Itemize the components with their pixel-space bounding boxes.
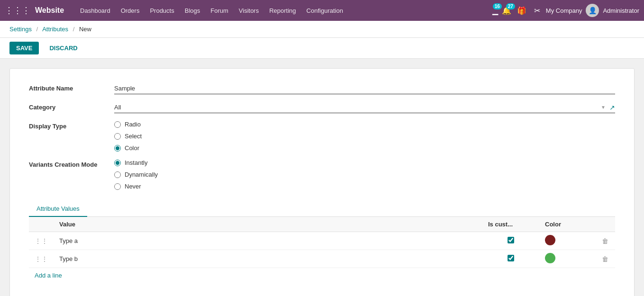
tab-attribute-values[interactable]: Attribute Values (29, 201, 87, 217)
value-cell[interactable]: Type b (54, 250, 482, 268)
radio-input-radio[interactable] (114, 121, 121, 128)
gift-icon[interactable]: 🎁 (515, 4, 528, 17)
value-cell[interactable]: Type a (54, 232, 482, 250)
nav-reporting[interactable]: Reporting (264, 5, 300, 16)
nav-products[interactable]: Products (145, 5, 179, 16)
radio-option-dynamically[interactable]: Dynamically (114, 171, 615, 178)
external-link-icon[interactable]: ↗ (609, 104, 615, 111)
brand-logo: Website (35, 6, 64, 15)
delete-row-icon[interactable]: 🗑 (602, 255, 608, 263)
tools-icon[interactable]: ✂ (532, 4, 542, 17)
nav-items: Dashboard Orders Products Blogs Forum Vi… (75, 5, 490, 16)
display-type-radio-group: Radio Select Color (114, 121, 615, 152)
radio-label-radio: Radio (125, 121, 141, 128)
radio-label-never: Never (125, 183, 141, 190)
radio-option-instantly[interactable]: Instantly (114, 159, 615, 166)
color-cell (539, 232, 596, 250)
delete-row-icon[interactable]: 🗑 (602, 237, 608, 245)
save-button[interactable]: SAVE (9, 42, 39, 54)
is-custom-cell (482, 232, 539, 250)
breadcrumb-sep-2: / (73, 26, 75, 33)
add-line-label[interactable]: Add a line (29, 268, 68, 283)
attribute-values-table: Value Is cust... Color ⋮⋮ Type a 🗑 (29, 217, 615, 268)
tab-section: Attribute Values Value Is cust... Color … (29, 201, 615, 283)
is-custom-checkbox[interactable] (508, 237, 514, 243)
nav-dashboard[interactable]: Dashboard (75, 5, 115, 16)
th-color: Color (539, 217, 596, 232)
nav-right: ▁ 16 🔔 27 🎁 ✂ My Company 👤 Administrator (492, 4, 639, 17)
nav-visitors[interactable]: Visitors (234, 5, 263, 16)
radio-input-color[interactable] (114, 145, 121, 152)
color-swatch[interactable] (545, 235, 555, 245)
radio-option-color[interactable]: Color (114, 144, 615, 152)
add-line-button[interactable]: Add a line (29, 268, 615, 283)
nav-forum[interactable]: Forum (206, 5, 233, 16)
drag-handle-icon[interactable]: ⋮⋮ (35, 255, 48, 263)
main-content: Attribute Name Category All ▼ ↗ Display … (0, 59, 644, 296)
category-field: All ▼ ↗ (114, 102, 615, 113)
variants-field: Instantly Dynamically Never (114, 159, 615, 190)
activity-badge[interactable]: ▁ 16 (492, 6, 498, 15)
drag-cell: ⋮⋮ (29, 232, 54, 250)
variants-label: Variants Creation Mode (29, 159, 114, 168)
radio-label-instantly: Instantly (125, 159, 147, 166)
breadcrumb: Settings / Attributes / New (0, 21, 644, 38)
category-select-wrapper: All ▼ ↗ (114, 102, 615, 113)
attribute-name-field (114, 83, 615, 94)
radio-option-never[interactable]: Never (114, 183, 615, 190)
activity-count: 16 (493, 3, 502, 9)
th-drag (29, 217, 54, 232)
nav-blogs[interactable]: Blogs (180, 5, 205, 16)
table-header-row: Value Is cust... Color (29, 217, 615, 232)
radio-input-dynamically[interactable] (114, 171, 121, 178)
radio-label-select: Select (125, 133, 142, 140)
breadcrumb-sep-1: / (36, 26, 38, 33)
color-cell (539, 250, 596, 268)
messages-count: 27 (506, 3, 515, 9)
attribute-name-row: Attribute Name (29, 83, 615, 94)
drag-cell: ⋮⋮ (29, 250, 54, 268)
display-type-field: Radio Select Color (114, 121, 615, 152)
color-swatch[interactable] (545, 253, 555, 263)
attribute-name-label: Attribute Name (29, 83, 114, 92)
delete-cell: 🗑 (596, 232, 615, 250)
radio-label-color: Color (125, 144, 139, 152)
user-name[interactable]: Administrator (603, 7, 639, 14)
th-delete (596, 217, 615, 232)
is-custom-cell (482, 250, 539, 268)
radio-option-select[interactable]: Select (114, 133, 615, 140)
display-type-row: Display Type Radio Select Color (29, 121, 615, 152)
avatar[interactable]: 👤 (586, 4, 599, 17)
messages-badge[interactable]: 🔔 27 (502, 6, 511, 15)
display-type-label: Display Type (29, 121, 114, 130)
table-row: ⋮⋮ Type b 🗑 (29, 250, 615, 268)
drag-handle-icon[interactable]: ⋮⋮ (35, 237, 48, 245)
th-is-custom: Is cust... (482, 217, 539, 232)
grid-icon[interactable]: ⋮⋮⋮ (5, 5, 30, 16)
breadcrumb-current: New (79, 26, 91, 33)
radio-label-dynamically: Dynamically (125, 171, 158, 178)
radio-input-select[interactable] (114, 133, 121, 140)
form-card: Attribute Name Category All ▼ ↗ Display … (9, 68, 635, 296)
category-label: Category (29, 102, 114, 111)
tab-list: Attribute Values (29, 201, 615, 217)
category-row: Category All ▼ ↗ (29, 102, 615, 113)
radio-input-never[interactable] (114, 183, 121, 190)
breadcrumb-attributes[interactable]: Attributes (42, 26, 68, 33)
action-bar: SAVE DISCARD (0, 38, 644, 59)
nav-configuration[interactable]: Configuration (302, 5, 348, 16)
nav-orders[interactable]: Orders (116, 5, 145, 16)
variants-radio-group: Instantly Dynamically Never (114, 159, 615, 190)
top-navigation: ⋮⋮⋮ Website Dashboard Orders Products Bl… (0, 0, 644, 21)
attribute-name-input[interactable] (114, 83, 615, 94)
is-custom-checkbox[interactable] (508, 255, 514, 261)
discard-button[interactable]: DISCARD (43, 42, 84, 54)
variants-row: Variants Creation Mode Instantly Dynamic… (29, 159, 615, 190)
chevron-down-icon: ▼ (601, 105, 606, 110)
radio-option-radio[interactable]: Radio (114, 121, 615, 128)
company-name[interactable]: My Company (546, 7, 582, 14)
delete-cell: 🗑 (596, 250, 615, 268)
radio-input-instantly[interactable] (114, 160, 121, 166)
breadcrumb-settings[interactable]: Settings (9, 26, 32, 33)
category-select[interactable]: All (114, 102, 597, 113)
